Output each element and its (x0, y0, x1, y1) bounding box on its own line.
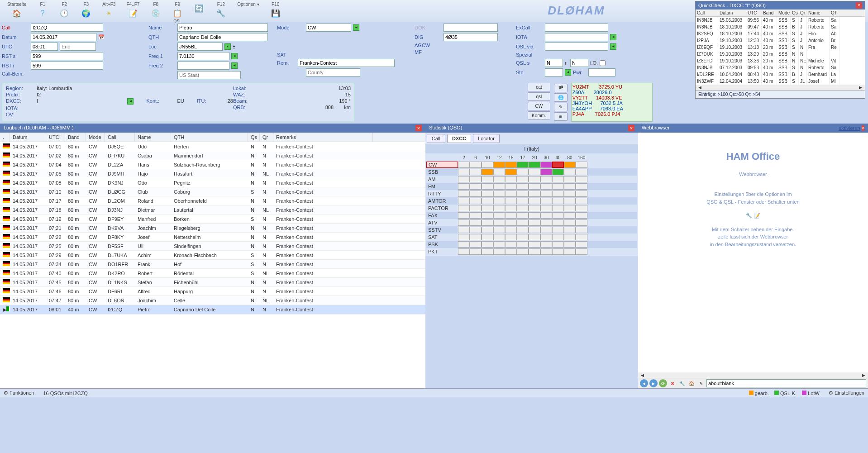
toolbar-F12[interactable]: F12🔧 (210, 1, 232, 19)
close-icon[interactable]: × (862, 125, 864, 131)
log-row[interactable]: 14.05.201707:1980 mCWDF9EYManfredBorkenS… (0, 215, 425, 224)
wand-icon[interactable]: ✎ (554, 103, 568, 111)
mode-input[interactable] (306, 24, 351, 32)
freq1-input[interactable] (177, 52, 229, 60)
freq1-dropdown-icon[interactable]: ◄ (231, 53, 238, 59)
stn-dropdown-icon[interactable]: ◄ (565, 69, 571, 76)
excall-input[interactable] (545, 24, 608, 32)
cat-button[interactable]: cat (528, 83, 550, 91)
log-row[interactable]: 14.05.201707:2180 mCWDK9VAJoachimRiegels… (0, 224, 425, 233)
home-icon[interactable]: 🏠 (687, 379, 696, 387)
toolbar-Optionen ▾[interactable]: Optionen ▾ (232, 1, 264, 19)
log-row[interactable]: 14.05.201707:2280 mCWDF8KYJosefNettershe… (0, 233, 425, 242)
tab-dxcc[interactable]: DXCC (447, 134, 471, 143)
log-row[interactable]: 14.05.201707:0480 mCWDL2ZAHansSulzbach-R… (0, 160, 425, 169)
io-checkbox[interactable] (600, 60, 606, 66)
forward-icon[interactable]: ► (649, 379, 658, 387)
pwr-input[interactable] (588, 68, 615, 76)
usstaat-input[interactable] (177, 71, 241, 79)
call-input[interactable] (31, 24, 103, 32)
log-row[interactable]: 14.05.201707:1880 mCWDJ3NJDietmarLautert… (0, 205, 425, 215)
edit-icon[interactable]: ✎ (697, 379, 705, 387)
rsts-input[interactable] (31, 52, 103, 60)
mode-dropdown-icon[interactable]: ◄ (353, 24, 359, 31)
einstellungen-link[interactable]: ⚙ Einstellungen (829, 390, 864, 396)
flag-icon[interactable]: 🏴 (554, 84, 568, 92)
end-input[interactable] (60, 43, 96, 51)
qc-scrollbar[interactable]: ◄► (696, 85, 865, 90)
globe-icon[interactable]: 🌐 (554, 93, 568, 102)
toolbar-Startseite[interactable]: Startseite🏠 (2, 1, 32, 19)
log-row[interactable]: 14.05.201707:2580 mCWDF5SFUliSindelfinge… (0, 242, 425, 251)
close-icon[interactable]: × (415, 125, 422, 131)
browser-scrollbar[interactable]: ◄► (638, 372, 868, 378)
close-icon[interactable]: × (856, 2, 862, 9)
rstr-input[interactable] (31, 62, 103, 70)
log-row[interactable]: 14.05.201707:1780 mCWDL2OMRolandOberhonn… (0, 196, 425, 205)
dxcc-dropdown-icon[interactable]: ◄ (127, 98, 134, 105)
qsls-r-input[interactable] (570, 59, 588, 67)
cw-button[interactable]: CW (528, 102, 550, 110)
toolbar-Alt+F3[interactable]: Alt+F3✴ (97, 1, 121, 19)
reload-icon[interactable]: ⟳ (659, 379, 667, 387)
qth-input[interactable] (177, 33, 268, 41)
iota-dropdown-icon[interactable]: ◄ (610, 34, 616, 40)
county-input[interactable] (306, 68, 360, 76)
toolbar-F3[interactable]: F3🌍 (75, 1, 97, 19)
qsl-button[interactable]: qsl (528, 92, 550, 101)
log-row[interactable]: 14.05.201707:3480 mCWDO1RFRFrankHofSNFra… (0, 260, 425, 269)
toolbar-F10[interactable]: F10💾 (265, 1, 286, 19)
wrench-icon[interactable]: 🔧 (746, 213, 752, 218)
loc-plus-icon[interactable]: ± (233, 44, 235, 49)
note-icon[interactable]: 📝 (754, 213, 760, 218)
stop-icon[interactable]: ✖ (668, 379, 677, 387)
loc-input[interactable] (177, 43, 223, 51)
qslvia-input[interactable] (545, 43, 608, 51)
log-row[interactable]: 14.05.201707:0280 mCWDH7KUCsabaMammendor… (0, 151, 425, 160)
log-row[interactable]: 14.05.201707:2980 mCWDL7UKAAchimKronach-… (0, 251, 425, 260)
toolbar-F9[interactable]: F9📋QSL (167, 1, 188, 24)
log-row[interactable]: 14.05.201707:4680 mCWDF6RIAlfredHappurgN… (0, 287, 425, 296)
stn-input[interactable] (545, 68, 563, 76)
dig-input[interactable] (444, 33, 498, 41)
log-row[interactable]: 14.05.201707:0180 mCWDJ5QEUdoHertenNNFra… (0, 142, 425, 151)
komm-button[interactable]: Komm. (528, 111, 550, 120)
rem-input[interactable] (298, 59, 395, 67)
dok-input[interactable] (444, 24, 498, 32)
calendar-icon[interactable]: 📅 (98, 34, 105, 40)
log-row[interactable]: 14.05.201707:4580 mCWDL1NKSStefanEichenb… (0, 278, 425, 287)
toolbar-F8[interactable]: F8💿 (145, 1, 167, 19)
log-row[interactable]: 14.05.201707:0880 mCWDK9NJOttoPegnitzNNF… (0, 178, 425, 187)
qslvia-dropdown-icon[interactable]: ◄ (610, 43, 616, 50)
tool-icon[interactable]: 🔧 (678, 379, 686, 387)
close-icon[interactable]: × (628, 125, 634, 131)
tab-call[interactable]: Call (427, 134, 445, 143)
log-row[interactable]: 14.05.201707:4780 mCWDL6ONJoachimCelleNN… (0, 296, 425, 305)
qso-count: 16 QSOs mit I2CZQ (43, 391, 88, 396)
iota-input[interactable] (545, 33, 608, 41)
back-icon[interactable]: ◄ (640, 379, 648, 387)
name-label: Name (148, 25, 176, 30)
toolbar-F1[interactable]: F1? (32, 1, 53, 19)
qsls-s-input[interactable] (545, 59, 563, 67)
loc-dropdown-icon[interactable]: ▾ (224, 43, 231, 50)
freq2-input[interactable] (177, 62, 229, 70)
browser-title: Webbrowseraktivieren × (638, 124, 868, 133)
logbook-body[interactable]: 14.05.201707:0180 mCWDJ5QEUdoHertenNNFra… (0, 142, 425, 388)
toolbar-btn[interactable]: 🔄 (188, 1, 210, 14)
toolbar-F4..F7[interactable]: F4..F7📝 (121, 1, 145, 19)
name-input[interactable] (177, 24, 268, 32)
list-icon[interactable]: ≡ (554, 112, 568, 121)
log-row[interactable]: ▶14.05.201708:0140 mCWI2CZQPietroCaprian… (0, 305, 425, 315)
log-row[interactable]: 14.05.201707:4080 mCWDK2RORobertRödental… (0, 269, 425, 278)
log-row[interactable]: 14.05.201707:0580 mCWDJ9MHHajoHassfurtNN… (0, 169, 425, 178)
utc-input[interactable] (31, 43, 58, 51)
funktionen-link[interactable]: ⚙ Funktionen (4, 390, 34, 396)
freq2-dropdown-icon[interactable]: ◄ (231, 62, 238, 69)
tab-locator[interactable]: Locator (473, 134, 500, 143)
activate-link[interactable]: aktivieren (839, 125, 860, 131)
url-input[interactable] (706, 379, 866, 387)
datum-input[interactable] (31, 33, 96, 41)
log-row[interactable]: 14.05.201707:1080 mCWDLØCGClubCoburgSNFr… (0, 187, 425, 196)
toolbar-F2[interactable]: F2🕐 (53, 1, 75, 19)
